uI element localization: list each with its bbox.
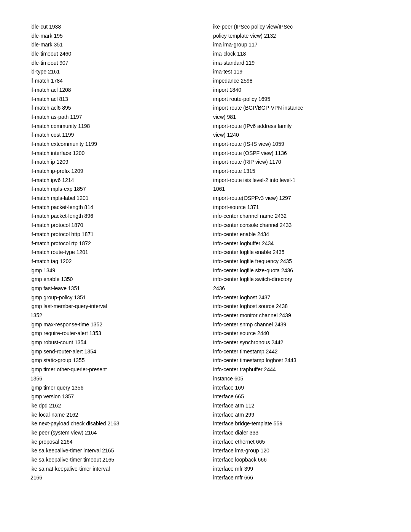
list-item: ike sa nat-keepalive-timer interval [30, 465, 198, 473]
list-item: if-match ipv6 1214 [30, 176, 198, 185]
list-item: info-center enable 2434 [213, 230, 381, 239]
list-item: ike-peer (IPSec policy view/IPSec [213, 23, 381, 31]
list-item: import 1840 [213, 86, 381, 94]
list-item: info-center logfile enable 2435 [213, 248, 381, 257]
list-item: info-center loghost source 2438 [213, 302, 381, 311]
page-container: idle-cut 1938idle-mark 195idle-mark 351i… [0, 0, 411, 505]
list-item: if-match ip 1209 [30, 158, 198, 166]
list-item: interface ethernet 665 [213, 438, 381, 446]
list-item: if-match mpls-exp 1857 [30, 185, 198, 193]
list-item: igmp require-router-alert 1353 [30, 329, 198, 338]
right-column: ike-peer (IPSec policy view/IPSecpolicy … [213, 23, 381, 482]
list-item: if-match mpls-label 1201 [30, 194, 198, 203]
list-item: if-match as-path 1197 [30, 113, 198, 121]
list-item: ima-standard 119 [213, 59, 381, 67]
list-item: if-match extcommunity 1199 [30, 140, 198, 149]
list-item: idle-cut 1938 [30, 23, 198, 31]
list-item: if-match tag 1202 [30, 257, 198, 266]
list-item: import-route (OSPF view) 1136 [213, 149, 381, 158]
list-item: igmp timer other-querier-present [30, 366, 198, 374]
list-item: igmp group-policy 1351 [30, 294, 198, 302]
list-item: ima-test 119 [213, 68, 381, 76]
list-item: ike local-name 2162 [30, 411, 198, 419]
list-item: if-match protocol rtp 1872 [30, 240, 198, 248]
list-item: igmp send-router-alert 1354 [30, 348, 198, 356]
list-item: import-route (IS-IS view) 1059 [213, 140, 381, 149]
list-item: import-route (RIP view) 1170 [213, 158, 381, 166]
list-item: if-match ip-prefix 1209 [30, 167, 198, 176]
list-item: info-center logfile switch-directory [213, 275, 381, 284]
list-item: ike peer (system view) 2164 [30, 429, 198, 437]
list-item: if-match community 1198 [30, 122, 198, 131]
list-item: import-route isis level-2 into level-1 [213, 176, 381, 185]
list-item: if-match packet-length 896 [30, 212, 198, 220]
list-item: igmp enable 1350 [30, 275, 198, 284]
list-item: 2166 [30, 474, 198, 482]
list-item: import route-policy 1695 [213, 95, 381, 104]
list-item: 2436 [213, 284, 381, 293]
list-item: import-route 1315 [213, 167, 381, 176]
list-item: info-center trapbuffer 2444 [213, 366, 381, 374]
list-item: info-center timestamp 2442 [213, 348, 381, 356]
list-item: igmp 1349 [30, 267, 198, 275]
list-item: igmp fast-leave 1351 [30, 284, 198, 293]
list-item: if-match packet-length 814 [30, 203, 198, 212]
list-item: view) 1240 [213, 131, 381, 139]
list-item: if-match interface 1200 [30, 149, 198, 158]
list-item: import-route (BGP/BGP-VPN instance [213, 104, 381, 112]
list-item: ima ima-group 117 [213, 41, 381, 49]
list-item: interface dialer 333 [213, 429, 381, 437]
list-item: info-center loghost 2437 [213, 294, 381, 302]
list-item: interface 665 [213, 393, 381, 401]
list-item: igmp timer query 1356 [30, 384, 198, 392]
list-item: 1356 [30, 375, 198, 383]
list-item: ike sa keepalive-timer timeout 2165 [30, 456, 198, 464]
list-item: ike next-payload check disabled 2163 [30, 420, 198, 428]
list-item: if-match acl6 895 [30, 104, 198, 112]
list-item: ike dpd 2162 [30, 402, 198, 410]
list-item: info-center synchronous 2442 [213, 339, 381, 347]
list-item: info-center source 2440 [213, 329, 381, 338]
list-item: interface mfr 399 [213, 465, 381, 473]
list-item: igmp version 1357 [30, 393, 198, 401]
list-item: instance 605 [213, 375, 381, 383]
list-item: info-center logbuffer 2434 [213, 240, 381, 248]
list-item: 1061 [213, 185, 381, 193]
list-item: interface bridge-template 559 [213, 420, 381, 428]
list-item: interface loopback 666 [213, 456, 381, 464]
list-item: info-center logfile frequency 2435 [213, 257, 381, 266]
list-item: ima-clock 118 [213, 50, 381, 58]
list-item: igmp last-member-query-interval [30, 302, 198, 311]
list-item: if-match route-type 1201 [30, 248, 198, 257]
list-item: info-center console channel 2433 [213, 221, 381, 230]
list-item: info-center timestamp loghost 2443 [213, 356, 381, 365]
list-item: interface 169 [213, 384, 381, 392]
list-item: ike proposal 2164 [30, 438, 198, 446]
list-item: igmp max-response-time 1352 [30, 321, 198, 329]
list-item: interface atm 112 [213, 402, 381, 410]
left-column: idle-cut 1938idle-mark 195idle-mark 351i… [30, 23, 198, 482]
list-item: info-center channel name 2432 [213, 212, 381, 220]
list-item: import-route(OSPFv3 view) 1297 [213, 194, 381, 203]
list-item: igmp robust-count 1354 [30, 339, 198, 347]
list-item: idle-timeout 907 [30, 59, 198, 67]
list-item: idle-mark 195 [30, 32, 198, 40]
list-item: if-match protocol 1870 [30, 221, 198, 230]
list-item: if-match 1784 [30, 77, 198, 85]
list-item: ike sa keepalive-timer interval 2165 [30, 447, 198, 455]
list-item: if-match acl 1208 [30, 86, 198, 94]
list-item: view) 981 [213, 113, 381, 121]
list-item: idle-timeout 2460 [30, 50, 198, 58]
list-item: interface ima-group 120 [213, 447, 381, 455]
list-item: info-center snmp channel 2439 [213, 321, 381, 329]
list-item: import-source 1371 [213, 203, 381, 212]
list-item: 1352 [30, 312, 198, 320]
list-item: interface mfr 666 [213, 474, 381, 482]
list-item: id-type 2161 [30, 68, 198, 76]
list-item: igmp static-group 1355 [30, 356, 198, 365]
list-item: info-center monitor channel 2439 [213, 312, 381, 320]
list-item: impedance 2598 [213, 77, 381, 85]
list-item: if-match cost 1199 [30, 131, 198, 139]
list-item: info-center logfile size-quota 2436 [213, 267, 381, 275]
list-item: if-match acl 813 [30, 95, 198, 104]
